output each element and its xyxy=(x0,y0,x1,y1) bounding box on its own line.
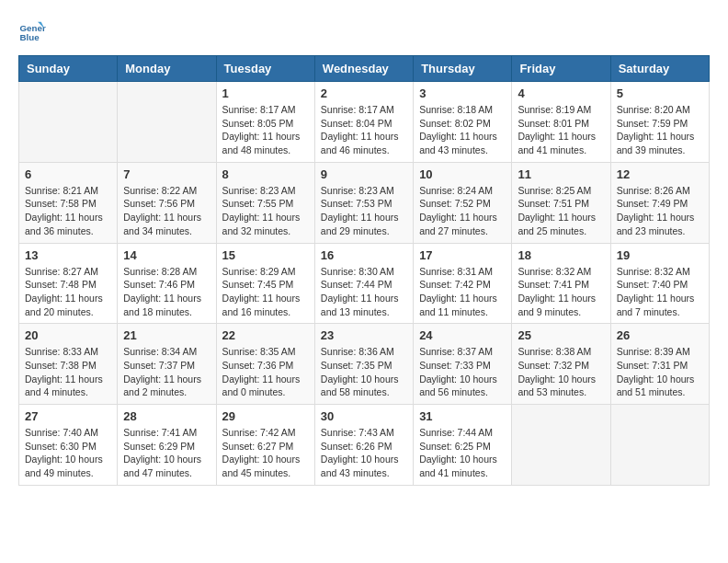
calendar-cell: 19Sunrise: 8:32 AM Sunset: 7:40 PM Dayli… xyxy=(610,243,709,324)
day-number: 14 xyxy=(123,248,210,262)
calendar-cell: 28Sunrise: 7:41 AM Sunset: 6:29 PM Dayli… xyxy=(118,405,216,486)
calendar-cell: 31Sunrise: 7:44 AM Sunset: 6:25 PM Dayli… xyxy=(414,405,512,486)
calendar-cell: 20Sunrise: 8:33 AM Sunset: 7:38 PM Dayli… xyxy=(19,324,118,405)
calendar-cell: 17Sunrise: 8:31 AM Sunset: 7:42 PM Dayli… xyxy=(414,243,512,324)
day-number: 9 xyxy=(321,167,407,181)
calendar-cell: 23Sunrise: 8:36 AM Sunset: 7:35 PM Dayli… xyxy=(314,324,413,405)
calendar-cell: 14Sunrise: 8:28 AM Sunset: 7:46 PM Dayli… xyxy=(118,243,216,324)
day-info: Sunrise: 8:36 AM Sunset: 7:35 PM Dayligh… xyxy=(321,345,407,399)
day-info: Sunrise: 8:25 AM Sunset: 7:51 PM Dayligh… xyxy=(518,184,604,238)
day-info: Sunrise: 8:31 AM Sunset: 7:42 PM Dayligh… xyxy=(419,265,506,319)
day-info: Sunrise: 7:42 AM Sunset: 6:27 PM Dayligh… xyxy=(222,426,309,480)
calendar-cell: 22Sunrise: 8:35 AM Sunset: 7:36 PM Dayli… xyxy=(216,324,314,405)
day-info: Sunrise: 7:44 AM Sunset: 6:25 PM Dayligh… xyxy=(419,426,506,480)
calendar-cell: 29Sunrise: 7:42 AM Sunset: 6:27 PM Dayli… xyxy=(216,405,314,486)
weekday-header: Sunday xyxy=(19,56,118,82)
day-number: 1 xyxy=(222,86,309,100)
day-number: 2 xyxy=(321,86,407,100)
day-info: Sunrise: 8:37 AM Sunset: 7:33 PM Dayligh… xyxy=(419,345,506,399)
day-number: 11 xyxy=(518,167,604,181)
day-info: Sunrise: 7:43 AM Sunset: 6:26 PM Dayligh… xyxy=(321,426,407,480)
day-info: Sunrise: 8:30 AM Sunset: 7:44 PM Dayligh… xyxy=(321,265,407,319)
day-info: Sunrise: 8:17 AM Sunset: 8:04 PM Dayligh… xyxy=(321,103,407,157)
logo: General Blue xyxy=(18,18,46,46)
day-number: 15 xyxy=(222,248,309,262)
calendar-cell xyxy=(610,405,709,486)
day-info: Sunrise: 8:20 AM Sunset: 7:59 PM Dayligh… xyxy=(617,103,703,157)
day-info: Sunrise: 7:41 AM Sunset: 6:29 PM Dayligh… xyxy=(123,426,210,480)
calendar-cell: 3Sunrise: 8:18 AM Sunset: 8:02 PM Daylig… xyxy=(414,82,512,163)
weekday-header: Saturday xyxy=(610,56,709,82)
day-number: 10 xyxy=(419,167,506,181)
calendar-cell xyxy=(512,405,610,486)
calendar-cell: 1Sunrise: 8:17 AM Sunset: 8:05 PM Daylig… xyxy=(216,82,314,163)
header: General Blue xyxy=(18,18,710,46)
day-number: 3 xyxy=(419,86,506,100)
weekday-header: Tuesday xyxy=(216,56,314,82)
day-number: 13 xyxy=(25,248,111,262)
day-number: 16 xyxy=(321,248,407,262)
day-info: Sunrise: 8:32 AM Sunset: 7:40 PM Dayligh… xyxy=(617,265,703,319)
calendar-cell xyxy=(118,82,216,163)
calendar-cell: 2Sunrise: 8:17 AM Sunset: 8:04 PM Daylig… xyxy=(314,82,413,163)
calendar-cell: 6Sunrise: 8:21 AM Sunset: 7:58 PM Daylig… xyxy=(19,162,118,243)
calendar-cell: 5Sunrise: 8:20 AM Sunset: 7:59 PM Daylig… xyxy=(610,82,709,163)
calendar-cell: 16Sunrise: 8:30 AM Sunset: 7:44 PM Dayli… xyxy=(314,243,413,324)
calendar-cell: 18Sunrise: 8:32 AM Sunset: 7:41 PM Dayli… xyxy=(512,243,610,324)
day-number: 12 xyxy=(617,167,703,181)
day-number: 27 xyxy=(25,409,111,423)
day-info: Sunrise: 8:23 AM Sunset: 7:55 PM Dayligh… xyxy=(222,184,309,238)
calendar-cell: 26Sunrise: 8:39 AM Sunset: 7:31 PM Dayli… xyxy=(610,324,709,405)
calendar-cell: 24Sunrise: 8:37 AM Sunset: 7:33 PM Dayli… xyxy=(414,324,512,405)
day-number: 30 xyxy=(321,409,407,423)
day-info: Sunrise: 8:18 AM Sunset: 8:02 PM Dayligh… xyxy=(419,103,506,157)
calendar-week-row: 1Sunrise: 8:17 AM Sunset: 8:05 PM Daylig… xyxy=(19,82,710,163)
calendar-cell: 21Sunrise: 8:34 AM Sunset: 7:37 PM Dayli… xyxy=(118,324,216,405)
day-number: 29 xyxy=(222,409,309,423)
day-info: Sunrise: 8:35 AM Sunset: 7:36 PM Dayligh… xyxy=(222,345,309,399)
weekday-header: Thursday xyxy=(414,56,512,82)
weekday-header: Wednesday xyxy=(314,56,413,82)
day-number: 24 xyxy=(419,328,506,342)
calendar-week-row: 6Sunrise: 8:21 AM Sunset: 7:58 PM Daylig… xyxy=(19,162,710,243)
day-info: Sunrise: 8:23 AM Sunset: 7:53 PM Dayligh… xyxy=(321,184,407,238)
calendar-cell: 15Sunrise: 8:29 AM Sunset: 7:45 PM Dayli… xyxy=(216,243,314,324)
day-number: 22 xyxy=(222,328,309,342)
day-number: 7 xyxy=(123,167,210,181)
day-info: Sunrise: 8:17 AM Sunset: 8:05 PM Dayligh… xyxy=(222,103,309,157)
day-number: 8 xyxy=(222,167,309,181)
day-number: 18 xyxy=(518,248,604,262)
day-number: 23 xyxy=(321,328,407,342)
day-number: 31 xyxy=(419,409,506,423)
day-number: 4 xyxy=(518,86,604,100)
day-info: Sunrise: 8:38 AM Sunset: 7:32 PM Dayligh… xyxy=(518,345,604,399)
calendar-header-row: SundayMondayTuesdayWednesdayThursdayFrid… xyxy=(19,56,710,82)
day-info: Sunrise: 8:33 AM Sunset: 7:38 PM Dayligh… xyxy=(25,345,111,399)
day-number: 19 xyxy=(617,248,703,262)
calendar-cell: 27Sunrise: 7:40 AM Sunset: 6:30 PM Dayli… xyxy=(19,405,118,486)
day-info: Sunrise: 8:22 AM Sunset: 7:56 PM Dayligh… xyxy=(123,184,210,238)
day-info: Sunrise: 8:34 AM Sunset: 7:37 PM Dayligh… xyxy=(123,345,210,399)
calendar-cell: 11Sunrise: 8:25 AM Sunset: 7:51 PM Dayli… xyxy=(512,162,610,243)
weekday-header: Friday xyxy=(512,56,610,82)
day-info: Sunrise: 8:29 AM Sunset: 7:45 PM Dayligh… xyxy=(222,265,309,319)
day-info: Sunrise: 8:32 AM Sunset: 7:41 PM Dayligh… xyxy=(518,265,604,319)
calendar-cell: 7Sunrise: 8:22 AM Sunset: 7:56 PM Daylig… xyxy=(118,162,216,243)
calendar-cell: 13Sunrise: 8:27 AM Sunset: 7:48 PM Dayli… xyxy=(19,243,118,324)
day-number: 17 xyxy=(419,248,506,262)
logo-icon: General Blue xyxy=(18,18,46,46)
calendar-cell: 25Sunrise: 8:38 AM Sunset: 7:32 PM Dayli… xyxy=(512,324,610,405)
calendar-cell: 4Sunrise: 8:19 AM Sunset: 8:01 PM Daylig… xyxy=(512,82,610,163)
day-info: Sunrise: 8:19 AM Sunset: 8:01 PM Dayligh… xyxy=(518,103,604,157)
day-number: 6 xyxy=(25,167,111,181)
day-info: Sunrise: 8:27 AM Sunset: 7:48 PM Dayligh… xyxy=(25,265,111,319)
weekday-header: Monday xyxy=(118,56,216,82)
calendar-cell: 8Sunrise: 8:23 AM Sunset: 7:55 PM Daylig… xyxy=(216,162,314,243)
day-number: 26 xyxy=(617,328,703,342)
calendar-cell: 9Sunrise: 8:23 AM Sunset: 7:53 PM Daylig… xyxy=(314,162,413,243)
calendar-week-row: 20Sunrise: 8:33 AM Sunset: 7:38 PM Dayli… xyxy=(19,324,710,405)
calendar-cell: 30Sunrise: 7:43 AM Sunset: 6:26 PM Dayli… xyxy=(314,405,413,486)
svg-text:Blue: Blue xyxy=(20,32,40,42)
calendar: SundayMondayTuesdayWednesdayThursdayFrid… xyxy=(18,55,710,486)
day-number: 20 xyxy=(25,328,111,342)
